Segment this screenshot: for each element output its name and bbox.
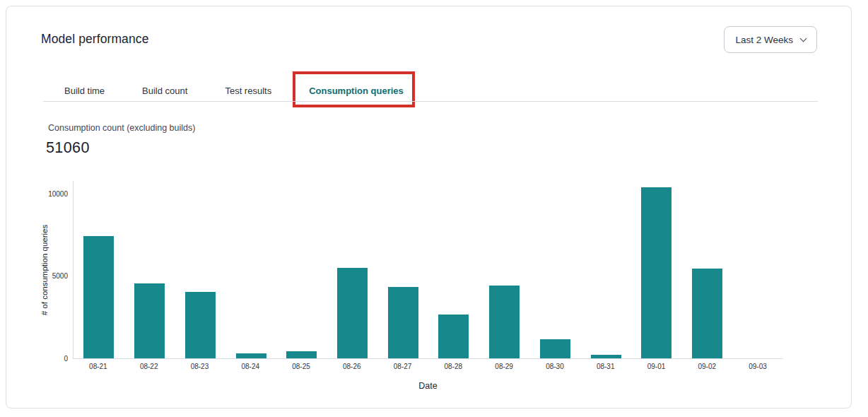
x-tick-label: 08-22	[124, 363, 175, 370]
y-tick-label: 0	[38, 355, 68, 363]
bar-08-22[interactable]	[134, 283, 165, 358]
x-tick-label: 09-03	[732, 363, 783, 370]
plot-area: 0500010000	[73, 181, 783, 359]
time-range-dropdown[interactable]: Last 2 Weeks	[724, 26, 817, 53]
tab-test-results[interactable]: Test results	[223, 80, 273, 102]
bar-08-23[interactable]	[185, 292, 216, 358]
tab-bar: Build time Build count Test results Cons…	[63, 80, 405, 102]
x-axis-title: Date	[73, 381, 783, 391]
x-tick-label: 08-26	[327, 363, 377, 370]
x-tick-label: 08-30	[529, 363, 580, 370]
bar-slot	[428, 315, 479, 358]
bar-slot	[377, 287, 428, 358]
x-tick-label: 08-29	[479, 363, 529, 370]
x-tick-label: 09-02	[681, 363, 732, 370]
x-tick-label: 09-01	[631, 363, 682, 370]
bar-08-26[interactable]	[337, 268, 368, 358]
bar-09-02[interactable]	[692, 269, 722, 358]
bar-slot	[479, 286, 530, 358]
bar-slot	[175, 292, 225, 358]
bar-08-28[interactable]	[438, 315, 469, 358]
x-tick-label: 08-27	[377, 363, 428, 370]
tab-build-time[interactable]: Build time	[63, 80, 106, 102]
metric-label: Consumption count (excluding builds)	[48, 123, 195, 133]
y-tick-label: 10000	[38, 190, 68, 198]
tabbar-divider	[43, 101, 818, 102]
chevron-down-icon	[800, 35, 807, 42]
x-tick-label: 08-28	[428, 363, 479, 370]
x-tick-label: 08-25	[276, 363, 327, 370]
bar-slot	[529, 339, 580, 358]
bar-slot	[682, 269, 733, 358]
tab-build-count[interactable]: Build count	[141, 80, 189, 102]
model-performance-card: Model performance Last 2 Weeks Build tim…	[6, 6, 852, 409]
bar-08-31[interactable]	[591, 355, 621, 358]
metric-value: 51060	[46, 139, 90, 157]
bar-slot	[74, 236, 124, 358]
bar-08-25[interactable]	[286, 351, 317, 358]
bar-slot	[124, 283, 175, 358]
bar-08-24[interactable]	[236, 353, 266, 358]
time-range-label: Last 2 Weeks	[735, 35, 793, 45]
bar-slot	[327, 268, 378, 358]
bar-slot	[580, 355, 631, 358]
bar-slot	[631, 187, 682, 358]
bar-08-27[interactable]	[388, 287, 418, 358]
y-tick-label: 5000	[38, 272, 68, 280]
bar-slot	[225, 353, 276, 358]
x-tick-label: 08-21	[73, 363, 124, 370]
y-axis-label: # of consumption queries	[40, 225, 49, 316]
x-tick-label: 08-24	[225, 363, 276, 370]
card-header: Model performance Last 2 Weeks	[41, 26, 817, 53]
bar-08-30[interactable]	[540, 339, 570, 358]
page-title: Model performance	[41, 26, 148, 47]
bar-slot	[276, 351, 327, 358]
bar-08-29[interactable]	[489, 286, 520, 358]
bars-container	[74, 181, 783, 358]
x-tick-label: 08-23	[175, 363, 225, 370]
bar-08-21[interactable]	[83, 236, 114, 358]
x-tick-label: 08-31	[580, 363, 631, 370]
x-axis-ticks: 08-2108-2208-2308-2408-2508-2608-2708-28…	[73, 363, 783, 370]
tab-consumption-queries-label: Consumption queries	[309, 86, 404, 96]
bar-09-01[interactable]	[641, 187, 671, 358]
tab-consumption-queries[interactable]: Consumption queries	[307, 80, 405, 102]
